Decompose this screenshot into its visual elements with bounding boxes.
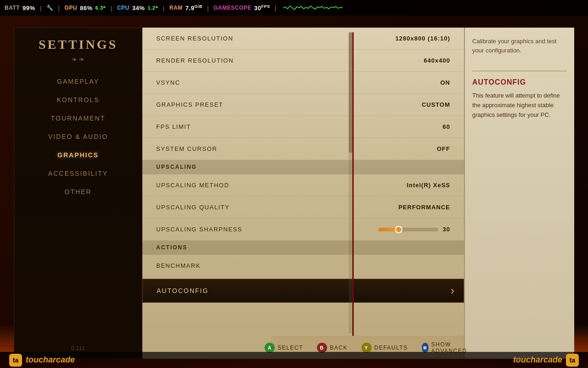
upscaling-quality-value: PERFORMANCE [398,204,450,211]
ram-label: RAM [170,5,183,11]
info-divider [472,71,567,71]
select-control[interactable]: A SELECT [265,343,303,353]
vsync-value: ON [441,79,451,86]
batt-label: BATT [5,5,20,11]
upscaling-sharpness-label: UPSCALING SHARPNESS [156,226,379,233]
system-cursor-label: SYSTEM CURSOR [156,145,437,152]
b-button-icon: B [317,343,327,353]
hud-bar: BATT 99% | 🔧 | GPU 86% 6.3ʷ | CPU 34% 1.… [0,0,588,16]
toucharcade-bar: ta toucharcade toucharcade ta [0,352,588,368]
gamescope-fps: 30FPS [254,4,270,12]
cpu-percent: 34% [132,5,145,12]
sidebar: SETTINGS ❧ ❧ GAMEPLAY KONTROLS TOURNAMEN… [14,28,142,359]
screen-resolution-row[interactable]: SCREEN RESOLUTION 588x368 (16:10) [142,28,464,50]
fps-limit-label: FPS LIMIT [156,123,443,130]
render-resolution-label: RENDER RESOLUTION [156,57,424,64]
screen-resolution-value: 588x368 (16:10) [396,35,450,42]
fps-limit-row[interactable]: FPS LIMIT 60 [142,116,464,138]
autoconfig-chevron-icon: › [451,284,454,297]
sidebar-item-gameplay[interactable]: GAMEPLAY [14,72,142,91]
upscaling-section-header: UPSCALING [142,160,464,174]
upscaling-sharpness-value: 30 [443,226,450,233]
upscaling-method-row[interactable]: UPSCALING METHOD Intel(R) XeSS [142,174,464,196]
a-button-icon: A [265,343,275,353]
upscaling-method-value: Intel(R) XeSS [407,182,450,189]
sep5: | [207,5,209,12]
gpu-percent: 86% [80,5,93,12]
settings-panel: SCREEN RESOLUTION 588x368 (16:10) RENDE… [142,28,464,359]
batt-value: 99% [23,5,35,12]
sharpness-slider-fill [379,228,396,231]
gpu-label: GPU [64,5,77,11]
version-label: 0.111 [71,345,85,351]
info-body: This feature will attempt to define the … [472,91,567,120]
cpu-label: CPU [117,5,130,11]
sep2: | [58,5,60,12]
wrench-icon: 🔧 [46,5,54,11]
gamescope-label: GAMESCOPE [214,5,252,11]
sharpness-slider-thumb[interactable] [395,226,402,233]
graphics-preset-row[interactable]: GRAPHICS PRESET CUSTOM [142,94,464,116]
info-panel: Calibrate your graphics and test your co… [464,28,574,359]
render-resolution-row[interactable]: RENDER RESOLUTION 640x400 [142,50,464,72]
info-description: Calibrate your graphics and test your co… [472,37,567,55]
sep4: | [163,5,165,12]
upscaling-method-label: UPSCALING METHOD [156,182,407,189]
vsync-row[interactable]: VSYNC ON [142,72,464,94]
cpu-watts: 1.2ʷ [147,5,158,11]
benchmark-row[interactable]: BENCHMARK [142,255,464,277]
toucharcade-icon: ta [9,354,22,367]
actions-section-header: ACTIONS [142,241,464,255]
upscaling-quality-row[interactable]: UPSCALING QUALITY PERFORMANCE [142,196,464,218]
render-resolution-value: 640x400 [424,57,450,64]
vertical-divider [352,32,354,336]
screen-resolution-label: SCREEN RESOLUTION [156,35,396,42]
select-label: SELECT [277,345,303,351]
defaults-label: DEFAULTS [374,345,408,351]
title-ornament: ❧ ❧ [72,56,85,63]
y-button-icon: Y [362,343,372,353]
autoconfig-button[interactable]: AUTOCONFIG › [142,279,464,303]
x-button-icon: ⊞ [422,343,429,353]
sidebar-item-tournament[interactable]: TOURNAMENT [14,109,142,127]
defaults-control[interactable]: Y DEFAULTS [362,343,408,353]
sharpness-slider-container[interactable]: 30 [379,226,450,233]
fps-limit-value: 60 [443,123,450,130]
benchmark-label: BENCHMARK [156,262,450,269]
sharpness-slider-track[interactable] [379,228,438,231]
graphics-preset-value: CUSTOM [422,101,450,108]
sidebar-item-other[interactable]: OTHER [14,183,142,201]
system-cursor-row[interactable]: SYSTEM CURSOR OFF [142,138,464,160]
back-control[interactable]: B BACK [317,343,348,353]
ram-value: 7.9GiB [186,4,203,12]
sparkline-graph [283,3,343,12]
system-cursor-value: OFF [437,145,450,152]
graphics-preset-label: GRAPHICS PRESET [156,101,422,108]
upscaling-quality-label: UPSCALING QUALITY [156,204,398,211]
main-container: SETTINGS ❧ ❧ GAMEPLAY KONTROLS TOURNAMEN… [14,28,574,359]
sidebar-item-accessibility[interactable]: ACCESSIBILITY [14,164,142,183]
toucharcade-icon-right: ta [566,354,579,367]
toucharcade-logo-right: toucharcade [513,355,562,365]
sidebar-item-kontrols[interactable]: KONTROLS [14,91,142,109]
gpu-watts: 6.3ʷ [95,5,106,11]
settings-title: SETTINGS [39,37,118,52]
vsync-label: VSYNC [156,79,441,86]
scroll-indicator[interactable] [349,32,352,334]
sep1: | [40,5,42,12]
toucharcade-logo: toucharcade [26,355,75,365]
info-title: AUTOCONFIG [472,78,567,86]
upscaling-sharpness-row[interactable]: UPSCALING SHARPNESS 30 [142,218,464,241]
sidebar-item-video-audio[interactable]: VIDEO & AUDIO [14,127,142,146]
sep3: | [111,5,113,12]
autoconfig-button-label: AUTOCONFIG [157,287,209,294]
scroll-thumb[interactable] [349,32,352,153]
sidebar-item-graphics[interactable]: GRAPHICS [14,146,142,164]
sep6: | [275,5,277,12]
back-label: BACK [330,345,348,351]
